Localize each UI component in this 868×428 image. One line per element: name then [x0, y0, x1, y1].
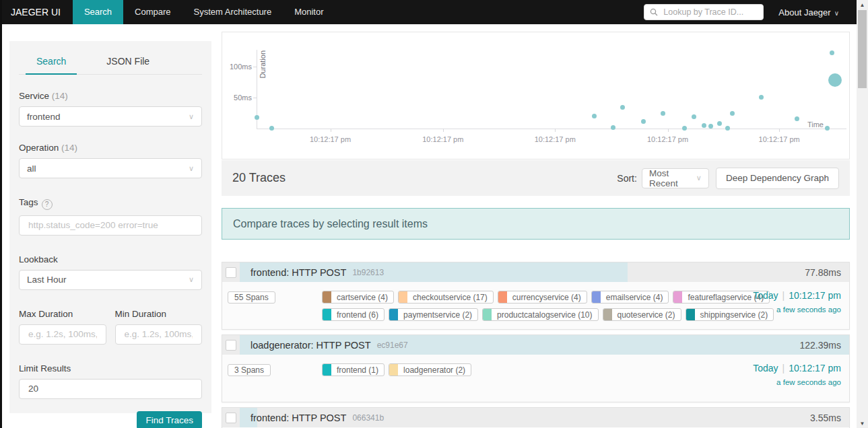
service-tag-label: frontend (1): [331, 365, 384, 375]
scatter-point[interactable]: [269, 126, 274, 131]
trace-id-search-box[interactable]: [644, 4, 764, 20]
service-tag-label: emailservice (4): [601, 293, 669, 302]
trace-select-checkbox[interactable]: [226, 413, 236, 423]
trace-date: Today: [753, 363, 778, 373]
operation-count: (14): [61, 143, 77, 153]
nav-item-compare[interactable]: Compare: [123, 0, 182, 24]
sort-select[interactable]: Most Recent∨: [642, 168, 709, 188]
scatter-point[interactable]: [730, 111, 735, 116]
service-select[interactable]: frontend∨: [19, 106, 202, 127]
service-tag-label: currencyservice (4): [507, 293, 587, 302]
scatter-point[interactable]: [592, 114, 597, 118]
scatter-point[interactable]: [717, 121, 722, 126]
min-duration-field: [115, 324, 203, 345]
duration-row: Max Duration Min Duration: [19, 290, 202, 345]
scatter-point[interactable]: [620, 105, 625, 110]
scroll-up-icon[interactable]: ▲: [857, 0, 868, 9]
x-axis-line: [257, 129, 846, 129]
x-tick-label: 10:12:17 pm: [647, 135, 688, 143]
scatter-point[interactable]: [255, 115, 259, 120]
service-color-swatch: [603, 309, 612, 320]
scatter-point[interactable]: [825, 126, 830, 131]
scatter-point[interactable]: [692, 114, 696, 119]
scatter-plot[interactable]: [257, 32, 846, 129]
service-tag-chip: checkoutservice (17): [398, 291, 494, 304]
service-color-swatch: [323, 309, 331, 320]
scatter-point[interactable]: [830, 50, 834, 55]
find-traces-button[interactable]: Find Traces: [137, 411, 202, 428]
min-duration-input[interactable]: [123, 328, 195, 340]
trace-select-checkbox[interactable]: [226, 340, 236, 351]
operation-select[interactable]: all∨: [19, 158, 202, 178]
service-color-swatch: [389, 309, 398, 320]
checkbox-cell: [222, 408, 240, 427]
service-label: Service (14): [19, 91, 202, 101]
service-tag-label: frontend (6): [331, 310, 384, 320]
trace-time: 10:12:17 pm: [789, 290, 841, 301]
trace-row-body: 3 Spansfrontend (1)loadgenerator (2)Toda…: [222, 355, 849, 402]
window-scrollbar[interactable]: ▲ ▼: [857, 0, 868, 428]
x-tick-mark: [555, 129, 556, 132]
chevron-down-icon: ∨: [696, 174, 702, 182]
deep-dependency-graph-button[interactable]: Deep Dependency Graph: [716, 168, 839, 189]
trace-row-header[interactable]: loadgenerator: HTTP POSTec91e67122.39ms: [222, 335, 849, 355]
trace-result-row: frontend: HTTP POST1b9261377.88ms55 Span…: [222, 262, 850, 330]
trace-select-checkbox[interactable]: [226, 267, 236, 278]
service-tag-label: loadgenerator (2): [398, 365, 471, 375]
chevron-down-icon: ∨: [834, 9, 839, 17]
service-tag-line: frontend (1)loadgenerator (2): [322, 363, 740, 376]
x-tick-label: 10:12:17 pm: [759, 135, 800, 143]
service-tag-line: cartservice (4)checkoutservice (17)curre…: [322, 291, 740, 304]
trace-duration: 122.39ms: [800, 340, 841, 351]
tab-json-file[interactable]: JSON File: [96, 50, 160, 74]
lookback-select[interactable]: Last Hour∨: [19, 270, 202, 290]
scroll-down-icon[interactable]: ▼: [857, 419, 868, 428]
scatter-point[interactable]: [795, 116, 799, 121]
scatter-point[interactable]: [759, 95, 764, 100]
nav-item-search[interactable]: Search: [73, 0, 123, 24]
trace-duration-bar[interactable]: frontend: HTTP POST1b9261377.88ms: [240, 262, 849, 282]
x-axis-label: Time: [807, 120, 824, 129]
service-count: (14): [52, 91, 68, 101]
nav-item-system-architecture[interactable]: System Architecture: [182, 0, 283, 24]
tags-input[interactable]: [27, 219, 194, 231]
help-icon[interactable]: ?: [42, 199, 53, 210]
service-tag-line: frontend (6)paymentservice (2)productcat…: [322, 308, 740, 321]
search-sidebar: Search JSON File Service (14) frontend∨ …: [9, 41, 211, 413]
operation-label: Operation (14): [19, 143, 202, 153]
trace-id: ec91e67: [377, 341, 408, 350]
scatter-point[interactable]: [725, 126, 730, 131]
compare-banner: Compare traces by selecting result items: [222, 208, 850, 240]
scatter-point[interactable]: [661, 111, 665, 116]
scatter-point[interactable]: [702, 123, 706, 128]
limit-results-label: Limit Results: [19, 363, 202, 373]
about-jaeger-menu[interactable]: About Jaeger∨: [778, 7, 839, 17]
scrollbar-thumb[interactable]: [858, 10, 867, 88]
spans-column: 3 Spans: [228, 362, 322, 376]
scatter-point[interactable]: [828, 73, 842, 87]
x-tick-mark: [443, 129, 444, 132]
trace-id-search-input[interactable]: [662, 7, 758, 17]
tags-field: [19, 215, 202, 236]
scatter-point[interactable]: [641, 119, 646, 124]
scatter-point[interactable]: [682, 126, 687, 131]
service-color-swatch: [323, 291, 331, 303]
tab-search[interactable]: Search: [26, 50, 77, 75]
trace-duration-bar[interactable]: frontend: HTTP POST066341b3.55ms: [240, 408, 849, 427]
trace-row-header[interactable]: frontend: HTTP POST1b9261377.88ms: [222, 262, 849, 282]
scatter-point[interactable]: [708, 124, 713, 129]
trace-duration-bar[interactable]: loadgenerator: HTTP POSTec91e67122.39ms: [240, 335, 849, 355]
service-color-swatch: [498, 291, 507, 303]
limit-results-input[interactable]: [27, 383, 194, 394]
trace-relative-time: a few seconds ago: [740, 306, 841, 314]
spans-column: 55 Spans: [228, 289, 322, 304]
trace-time-column: Today|10:12:17 pma few seconds ago: [740, 362, 841, 386]
trace-relative-time: a few seconds ago: [740, 378, 841, 386]
max-duration-input[interactable]: [27, 328, 98, 340]
trace-row-header[interactable]: frontend: HTTP POST066341b3.55ms: [222, 408, 849, 427]
nav-item-monitor[interactable]: Monitor: [283, 0, 335, 24]
trace-date: Today: [753, 290, 778, 301]
sort-label: Sort:: [617, 173, 637, 184]
trace-result-row: frontend: HTTP POST066341b3.55ms: [222, 407, 850, 428]
y-tick-mark: [253, 67, 257, 67]
